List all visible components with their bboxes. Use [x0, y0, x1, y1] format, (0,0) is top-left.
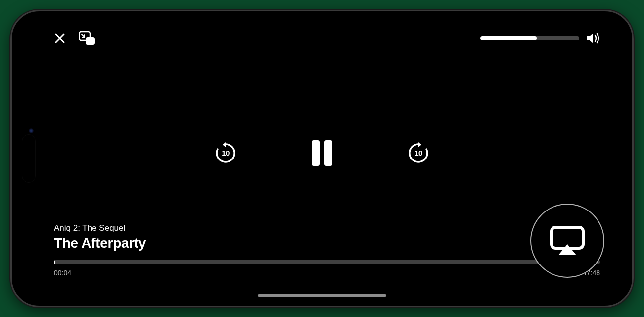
skip-forward-button[interactable]: 10	[407, 141, 430, 165]
elapsed-time: 00:04	[54, 269, 71, 277]
close-icon	[54, 32, 66, 44]
time-row: 00:04 −47:48	[54, 269, 600, 277]
volume-slider[interactable]	[480, 36, 579, 40]
picture-in-picture-icon	[79, 31, 95, 45]
scrubber-fill	[54, 260, 55, 264]
skip-back-button[interactable]: 10	[214, 141, 237, 165]
volume-control	[480, 32, 600, 44]
volume-fill	[480, 36, 537, 40]
picture-in-picture-button[interactable]	[79, 31, 95, 45]
svg-rect-3	[86, 37, 95, 45]
close-button[interactable]	[54, 32, 66, 44]
skip-back-seconds: 10	[214, 141, 237, 165]
iphone-frame: 10 10 Aniq 2: The Sequel The Afterparty	[10, 10, 634, 307]
scrubber[interactable]	[54, 260, 600, 264]
hardware-button	[254, 10, 309, 11]
airplay-icon	[550, 225, 585, 256]
hardware-button	[140, 10, 170, 11]
bottom-info: Aniq 2: The Sequel The Afterparty 00:04 …	[54, 223, 600, 277]
hardware-button	[190, 10, 244, 11]
pause-icon	[312, 140, 320, 166]
dynamic-island	[22, 134, 36, 183]
hardware-button	[210, 306, 294, 307]
airplay-button[interactable]	[530, 204, 604, 278]
playback-controls: 10 10	[214, 140, 430, 166]
top-bar	[54, 31, 600, 45]
episode-title: Aniq 2: The Sequel	[54, 223, 600, 233]
show-title: The Afterparty	[54, 235, 600, 251]
pause-button[interactable]	[312, 140, 332, 166]
front-camera	[29, 128, 34, 133]
speaker-button[interactable]	[586, 32, 600, 44]
skip-forward-seconds: 10	[407, 141, 430, 165]
video-player-screen: 10 10 Aniq 2: The Sequel The Afterparty	[17, 16, 627, 301]
speaker-icon	[586, 32, 600, 44]
pause-icon	[324, 140, 332, 166]
top-left-controls	[54, 31, 95, 45]
home-indicator[interactable]	[258, 294, 386, 297]
